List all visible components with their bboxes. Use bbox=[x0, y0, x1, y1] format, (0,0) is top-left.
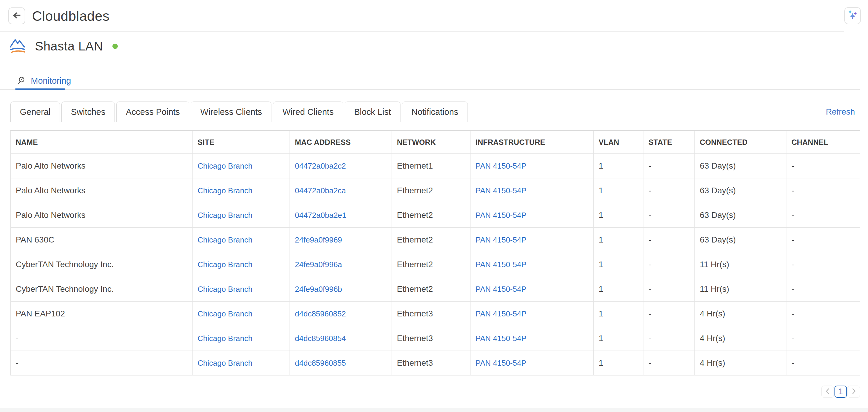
infrastructure-link[interactable]: PAN 4150-54P bbox=[475, 309, 527, 318]
mac-link[interactable]: 04472a0ba2c2 bbox=[295, 161, 346, 170]
infrastructure-link[interactable]: PAN 4150-54P bbox=[475, 334, 527, 343]
tab-switches[interactable]: Switches bbox=[61, 101, 115, 122]
cell-mac: 24fe9a0f996b bbox=[290, 277, 392, 301]
previous-page-button[interactable] bbox=[822, 386, 834, 398]
cell-infrastructure: PAN 4150-54P bbox=[470, 277, 594, 301]
tab-wired-clients[interactable]: Wired Clients bbox=[273, 101, 343, 122]
tab-label: Switches bbox=[71, 107, 105, 117]
next-page-button[interactable] bbox=[847, 386, 860, 398]
infrastructure-link[interactable]: PAN 4150-54P bbox=[475, 359, 527, 367]
site-link[interactable]: Chicago Branch bbox=[197, 211, 252, 219]
infrastructure-link[interactable]: PAN 4150-54P bbox=[475, 235, 527, 244]
cell-infrastructure: PAN 4150-54P bbox=[470, 326, 594, 351]
cell-site: Chicago Branch bbox=[192, 178, 290, 203]
site-logo-mountain-icon bbox=[9, 37, 28, 56]
table-row: CyberTAN Technology Inc.Chicago Branch24… bbox=[11, 277, 860, 301]
tab-notifications[interactable]: Notifications bbox=[402, 101, 468, 122]
cell-name: CyberTAN Technology Inc. bbox=[11, 277, 192, 301]
mac-link[interactable]: 04472a0ba2ca bbox=[295, 186, 346, 195]
ai-assistant-button[interactable] bbox=[844, 7, 861, 24]
cell-site: Chicago Branch bbox=[192, 228, 290, 252]
mac-link[interactable]: d4dc85960852 bbox=[295, 309, 346, 318]
cell-infrastructure: PAN 4150-54P bbox=[470, 203, 594, 228]
cell-mac: 04472a0ba2e1 bbox=[290, 203, 392, 228]
cell-channel: - bbox=[786, 326, 860, 351]
cell-site: Chicago Branch bbox=[192, 326, 290, 351]
table-row: Palo Alto NetworksChicago Branch04472a0b… bbox=[11, 203, 860, 228]
site-link[interactable]: Chicago Branch bbox=[197, 186, 252, 195]
cell-connected: 4 Hr(s) bbox=[695, 301, 786, 326]
tab-general[interactable]: General bbox=[10, 101, 60, 122]
column-header-connected: CONNECTED bbox=[695, 130, 786, 154]
cell-state: - bbox=[644, 252, 695, 277]
site-link[interactable]: Chicago Branch bbox=[197, 235, 252, 244]
cell-channel: - bbox=[786, 154, 860, 178]
mac-link[interactable]: d4dc85960855 bbox=[295, 359, 346, 367]
column-header-vlan: VLAN bbox=[594, 130, 644, 154]
column-header-state: STATE bbox=[644, 130, 695, 154]
current-page-number: 1 bbox=[838, 387, 843, 396]
table-body: Palo Alto NetworksChicago Branch04472a0b… bbox=[11, 154, 860, 376]
tab-access-points[interactable]: Access Points bbox=[116, 101, 189, 122]
cell-infrastructure: PAN 4150-54P bbox=[470, 301, 594, 326]
tab-wireless-clients[interactable]: Wireless Clients bbox=[191, 101, 272, 122]
mac-link[interactable]: 24fe9a0f996a bbox=[295, 260, 342, 269]
cell-connected: 11 Hr(s) bbox=[695, 277, 786, 301]
site-link[interactable]: Chicago Branch bbox=[197, 260, 252, 269]
cell-network: Ethernet3 bbox=[392, 326, 470, 351]
infrastructure-link[interactable]: PAN 4150-54P bbox=[475, 211, 527, 219]
tab-label: Wired Clients bbox=[282, 107, 334, 117]
infrastructure-link[interactable]: PAN 4150-54P bbox=[475, 260, 527, 269]
cell-vlan: 1 bbox=[594, 326, 644, 351]
tab-label: Wireless Clients bbox=[200, 107, 262, 117]
cell-state: - bbox=[644, 203, 695, 228]
header-divider bbox=[0, 31, 844, 32]
tab-block-list[interactable]: Block List bbox=[345, 101, 401, 122]
cell-vlan: 1 bbox=[594, 277, 644, 301]
cell-state: - bbox=[644, 228, 695, 252]
monitoring-nav-tab[interactable]: Monitoring bbox=[18, 76, 71, 86]
cell-vlan: 1 bbox=[594, 301, 644, 326]
infrastructure-link[interactable]: PAN 4150-54P bbox=[475, 161, 527, 170]
back-button[interactable] bbox=[8, 7, 25, 24]
cell-connected: 63 Day(s) bbox=[695, 178, 786, 203]
cell-network: Ethernet2 bbox=[392, 277, 470, 301]
cell-network: Ethernet2 bbox=[392, 252, 470, 277]
infrastructure-link[interactable]: PAN 4150-54P bbox=[475, 186, 527, 195]
cell-connected: 4 Hr(s) bbox=[695, 351, 786, 376]
chevron-right-icon bbox=[851, 388, 856, 396]
tab-strip: General Switches Access Points Wireless … bbox=[10, 101, 860, 122]
site-link[interactable]: Chicago Branch bbox=[197, 309, 252, 318]
cell-connected: 11 Hr(s) bbox=[695, 252, 786, 277]
site-link[interactable]: Chicago Branch bbox=[197, 285, 252, 294]
cell-connected: 63 Day(s) bbox=[695, 154, 786, 178]
cell-network: Ethernet2 bbox=[392, 203, 470, 228]
cell-connected: 4 Hr(s) bbox=[695, 326, 786, 351]
tab-label: General bbox=[20, 107, 51, 117]
site-link[interactable]: Chicago Branch bbox=[197, 359, 252, 367]
mac-link[interactable]: 24fe9a0f9969 bbox=[295, 235, 342, 244]
mac-link[interactable]: 24fe9a0f996b bbox=[295, 285, 342, 294]
table-row: Palo Alto NetworksChicago Branch04472a0b… bbox=[11, 178, 860, 203]
infrastructure-link[interactable]: PAN 4150-54P bbox=[475, 285, 527, 294]
cell-channel: - bbox=[786, 301, 860, 326]
mac-link[interactable]: d4dc85960854 bbox=[295, 334, 346, 343]
site-link[interactable]: Chicago Branch bbox=[197, 161, 252, 170]
cell-site: Chicago Branch bbox=[192, 351, 290, 376]
monitoring-label: Monitoring bbox=[31, 76, 71, 86]
site-link[interactable]: Chicago Branch bbox=[197, 334, 252, 343]
cell-infrastructure: PAN 4150-54P bbox=[470, 252, 594, 277]
table-row: PAN EAP102Chicago Branchd4dc85960852Ethe… bbox=[11, 301, 860, 326]
cell-site: Chicago Branch bbox=[192, 252, 290, 277]
mac-link[interactable]: 04472a0ba2e1 bbox=[295, 211, 346, 219]
cell-name: - bbox=[11, 351, 192, 376]
cell-channel: - bbox=[786, 277, 860, 301]
page-number-button[interactable]: 1 bbox=[835, 386, 847, 398]
cell-name: - bbox=[11, 326, 192, 351]
nav-row: Monitoring bbox=[0, 68, 860, 90]
table-row: -Chicago Branchd4dc85960855Ethernet3PAN … bbox=[11, 351, 860, 376]
cell-state: - bbox=[644, 154, 695, 178]
refresh-link[interactable]: Refresh bbox=[826, 107, 855, 117]
cell-infrastructure: PAN 4150-54P bbox=[470, 178, 594, 203]
cell-mac: d4dc85960852 bbox=[290, 301, 392, 326]
